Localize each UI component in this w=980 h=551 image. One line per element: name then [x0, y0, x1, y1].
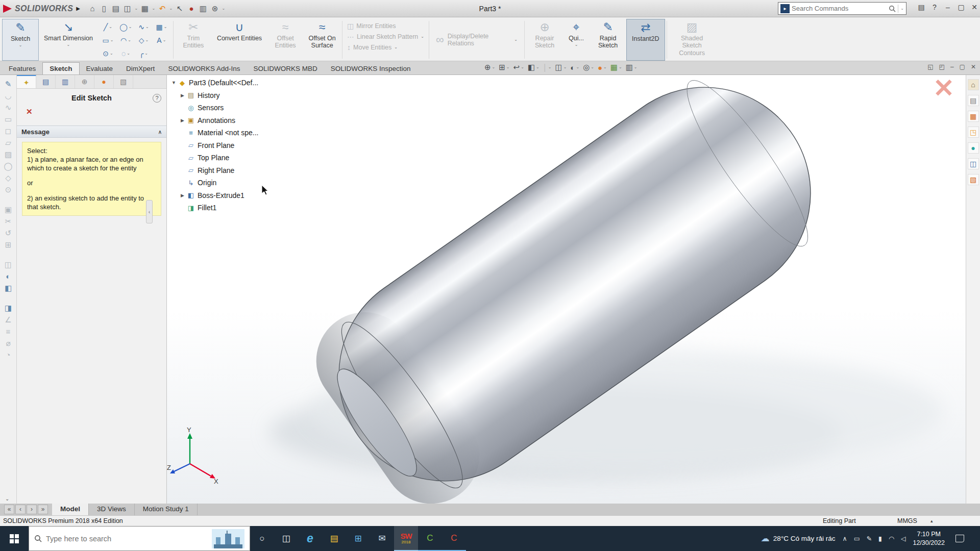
dock-pane-icon[interactable]: ◰ — [939, 63, 945, 70]
new-document-icon[interactable]: ▯ — [99, 4, 109, 13]
tab-features[interactable]: Features — [2, 63, 42, 74]
close-icon[interactable]: ✕ — [971, 3, 978, 11]
repair-sketch-button[interactable]: ⊕ Repair Sketch — [526, 19, 563, 61]
battery-icon[interactable]: ▮ — [878, 535, 882, 542]
help-icon[interactable]: ? — [153, 94, 161, 103]
parallelogram-side-icon[interactable]: ▱ — [5, 139, 11, 146]
file-explorer-icon[interactable]: ▤ — [322, 526, 346, 551]
solidworks-taskbar-icon[interactable]: SW 2018 — [394, 526, 418, 551]
restore-doc-icon[interactable]: ▢ — [960, 63, 965, 70]
trim-entities-button[interactable]: ✂ Trim Entities — [175, 19, 212, 61]
expand-arrow-icon[interactable]: ▶ — [179, 193, 186, 198]
arc-length-side-icon[interactable]: ◔ — [6, 351, 10, 359]
search-caret-icon[interactable]: ⌄ — [900, 7, 904, 11]
tree-item-history[interactable]: ▶ ▤ History — [179, 89, 258, 102]
search-scope-icon[interactable]: ▸ — [780, 4, 790, 13]
arc-tool-icon[interactable]: ◠⌄ — [117, 34, 135, 47]
edit-appearance-icon[interactable]: ●⌄ — [598, 63, 607, 72]
tree-item-fillet1[interactable]: ◨ Fillet1 — [179, 202, 258, 214]
property-manager-tab-icon[interactable]: ✦ — [17, 75, 36, 88]
rotate-side-icon[interactable]: ↺ — [5, 229, 12, 237]
maximize-icon[interactable]: ▢ — [958, 3, 965, 11]
task-view-icon[interactable]: ◫ — [274, 526, 298, 551]
action-center-icon[interactable] — [952, 535, 967, 542]
display-manager-tab-icon[interactable]: ⊕ — [75, 75, 94, 88]
plane-side-icon[interactable]: ▣ — [5, 206, 12, 213]
mirror-side-icon[interactable]: ◫ — [5, 261, 12, 268]
display-style-icon[interactable]: ◐⌄ — [570, 63, 579, 72]
shaded-sketch-contours-button[interactable]: ▨ Shaded Sketch Contours — [669, 19, 716, 61]
viewport-3d[interactable]: Y X Z — [167, 75, 966, 504]
forum-icon[interactable]: ▧ — [968, 174, 979, 185]
sketch-caret-icon[interactable]: ⌄ — [19, 43, 22, 47]
section-side-icon[interactable]: ◧ — [5, 284, 12, 292]
tab-sketch[interactable]: Sketch — [42, 62, 79, 74]
tree-item-part3[interactable]: ▼ ◆ Part3 (Default<<Def... — [170, 77, 258, 89]
units-caret-icon[interactable]: ▴ — [930, 519, 933, 523]
prev-tab-icon[interactable]: ‹ — [15, 505, 26, 514]
last-tab-icon[interactable]: » — [38, 505, 48, 514]
network-icon[interactable]: ◠ — [889, 535, 894, 542]
expand-arrow-icon[interactable]: ▶ — [179, 93, 186, 98]
tree-item-top-plane[interactable]: ▱ Top Plane — [179, 152, 258, 164]
toolbar-separator[interactable]: │⌄ — [543, 64, 552, 71]
smart-dimension-caret-icon[interactable]: ⌄ — [67, 43, 70, 47]
message-section-header[interactable]: Message ∧ — [17, 126, 166, 138]
sketch-button[interactable]: ✎ Sketch ⌄ — [2, 19, 39, 61]
tab-model[interactable]: Model — [52, 504, 89, 515]
tree-item-sensors[interactable]: ◎ Sensors — [179, 102, 258, 114]
convert-entities-button[interactable]: ∪ Convert Entities — [212, 19, 267, 61]
move-entities-button[interactable]: ↕Move Entities⌄ — [347, 43, 424, 52]
undo-icon[interactable]: ↶ — [157, 4, 167, 13]
appearance-manager-tab-icon[interactable]: ● — [94, 75, 114, 88]
weather-widget[interactable]: ☁ 28°C Có mây rải rác — [761, 533, 836, 544]
appearances-scenes-icon[interactable]: ● — [968, 142, 979, 154]
spline-tool-icon[interactable]: ∿⌄ — [135, 20, 153, 34]
start-button[interactable] — [0, 526, 29, 551]
offset-on-surface-button[interactable]: ≈ Offset On Surface — [304, 19, 340, 61]
cortana-icon[interactable]: ○ — [250, 526, 274, 551]
search-icon[interactable] — [889, 5, 896, 12]
diameter-side-icon[interactable]: ⌀ — [6, 339, 10, 347]
spline-side-icon[interactable]: ∿ — [5, 104, 12, 111]
pen-tray-icon[interactable]: ✎ — [867, 535, 872, 542]
circle-tool-icon[interactable]: ◯⌄ — [117, 20, 135, 34]
expand-arrow-icon[interactable]: ▼ — [170, 80, 178, 85]
clock[interactable]: 7:10 PM 12/30/2022 — [913, 530, 945, 547]
circle-side-icon[interactable]: ◯ — [4, 162, 13, 170]
fillet-side-icon[interactable]: ◨ — [5, 304, 12, 312]
record-icon[interactable]: ● — [186, 4, 197, 13]
open-icon[interactable]: ▤ — [111, 4, 121, 13]
collapse-chevron-icon[interactable]: ∧ — [158, 129, 162, 135]
edge-icon[interactable]: e — [298, 526, 322, 551]
tab-motion-study-1[interactable]: Motion Study 1 — [135, 504, 198, 515]
tree-item-right-plane[interactable]: ▱ Right Plane — [179, 164, 258, 177]
panel-splitter-handle[interactable]: ‹ — [146, 200, 153, 223]
expand-arrow-icon[interactable]: ▶ — [179, 118, 186, 123]
options-caret-icon[interactable]: ⌄ — [222, 6, 226, 11]
toolbar-flyout-icon[interactable]: ▶ — [76, 6, 80, 11]
rectangle-side-icon[interactable]: ▭ — [5, 115, 12, 123]
tab-solidworks-add-ins[interactable]: SOLIDWORKS Add-Ins — [161, 63, 247, 74]
angle-side-icon[interactable]: ∠ — [5, 316, 11, 323]
view-settings-icon[interactable]: ▥⌄ — [626, 63, 638, 72]
first-tab-icon[interactable]: « — [4, 505, 14, 514]
tab-evaluate[interactable]: Evaluate — [80, 63, 120, 74]
tab-3d-views[interactable]: 3D Views — [89, 504, 135, 515]
rectangle-tool-icon[interactable]: ▭⌄ — [99, 34, 117, 47]
mail-icon[interactable]: ✉ — [370, 526, 394, 551]
camtasia-recorder-icon[interactable]: C — [442, 526, 466, 551]
close-sketch-button[interactable]: ✕ — [26, 107, 33, 116]
arc-side-icon[interactable]: ◡ — [5, 92, 11, 99]
shaded-side-icon[interactable]: ◐ — [6, 272, 10, 280]
smart-dimension-button[interactable]: ↘ Smart Dimension ⌄ — [39, 19, 98, 61]
rapid-sketch-button[interactable]: ✎ Rapid Sketch — [590, 19, 626, 61]
hide-show-items-icon[interactable]: ◎⌄ — [583, 63, 594, 72]
cancel-sketch-icon[interactable]: ✕ — [933, 76, 954, 101]
previous-view-icon[interactable]: ↩⌄ — [513, 63, 524, 72]
task-pane-home-icon[interactable]: ⌂ — [968, 79, 979, 90]
next-tab-icon[interactable]: › — [27, 505, 37, 514]
ellipse-tool-icon[interactable]: ◌⌄ — [117, 47, 135, 60]
dimxpert-manager-tab-icon[interactable]: ▥ — [56, 75, 75, 88]
undock-pane-icon[interactable]: ◱ — [927, 63, 933, 70]
